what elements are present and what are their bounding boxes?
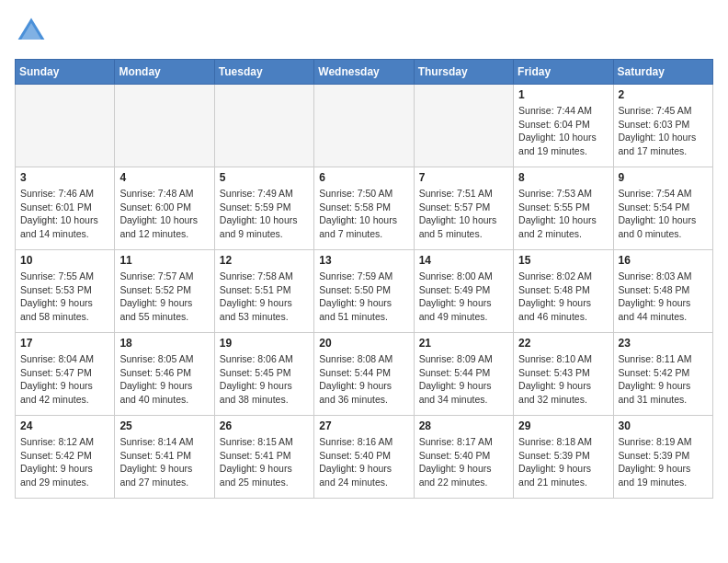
day-number: 16 bbox=[619, 254, 708, 267]
day-info: Sunrise: 8:05 AM Sunset: 5:46 PM Dayligh… bbox=[119, 352, 209, 407]
weekday-header-thursday: Thursday bbox=[414, 60, 513, 85]
day-info: Sunrise: 7:54 AM Sunset: 5:54 PM Dayligh… bbox=[619, 187, 708, 241]
day-cell: 1Sunrise: 7:44 AM Sunset: 6:04 PM Daylig… bbox=[514, 85, 613, 167]
day-cell: 4Sunrise: 7:48 AM Sunset: 6:00 PM Daylig… bbox=[115, 167, 214, 250]
weekday-header-monday: Monday bbox=[115, 60, 214, 85]
weekday-header-sunday: Sunday bbox=[16, 60, 115, 85]
day-number: 7 bbox=[419, 171, 508, 184]
day-cell: 11Sunrise: 7:57 AM Sunset: 5:52 PM Dayli… bbox=[115, 250, 214, 333]
day-cell: 26Sunrise: 8:15 AM Sunset: 5:41 PM Dayli… bbox=[214, 416, 313, 499]
day-info: Sunrise: 7:46 AM Sunset: 6:01 PM Dayligh… bbox=[20, 187, 109, 241]
day-number: 26 bbox=[220, 419, 309, 432]
day-cell: 18Sunrise: 8:05 AM Sunset: 5:46 PM Dayli… bbox=[115, 333, 214, 416]
day-cell: 27Sunrise: 8:16 AM Sunset: 5:40 PM Dayli… bbox=[314, 416, 414, 499]
day-number: 23 bbox=[619, 337, 708, 350]
day-number: 29 bbox=[518, 419, 608, 432]
day-info: Sunrise: 8:17 AM Sunset: 5:40 PM Dayligh… bbox=[419, 435, 508, 489]
day-cell bbox=[115, 85, 214, 167]
day-number: 27 bbox=[319, 419, 408, 432]
header bbox=[15, 15, 713, 48]
day-number: 6 bbox=[319, 171, 408, 184]
day-cell bbox=[214, 85, 313, 167]
weekday-header-saturday: Saturday bbox=[613, 60, 712, 85]
day-info: Sunrise: 7:45 AM Sunset: 6:03 PM Dayligh… bbox=[619, 104, 708, 158]
day-number: 11 bbox=[119, 254, 209, 267]
day-cell: 12Sunrise: 7:58 AM Sunset: 5:51 PM Dayli… bbox=[214, 250, 313, 333]
day-cell: 7Sunrise: 7:51 AM Sunset: 5:57 PM Daylig… bbox=[414, 167, 513, 250]
week-row-5: 24Sunrise: 8:12 AM Sunset: 5:42 PM Dayli… bbox=[16, 416, 713, 499]
day-info: Sunrise: 7:50 AM Sunset: 5:58 PM Dayligh… bbox=[319, 187, 408, 241]
day-info: Sunrise: 8:03 AM Sunset: 5:48 PM Dayligh… bbox=[619, 270, 708, 324]
day-info: Sunrise: 7:51 AM Sunset: 5:57 PM Dayligh… bbox=[419, 187, 508, 241]
week-row-3: 10Sunrise: 7:55 AM Sunset: 5:53 PM Dayli… bbox=[16, 250, 713, 333]
day-info: Sunrise: 8:08 AM Sunset: 5:44 PM Dayligh… bbox=[319, 352, 408, 407]
day-number: 10 bbox=[20, 254, 109, 267]
day-number: 30 bbox=[619, 419, 708, 432]
day-number: 3 bbox=[20, 171, 109, 184]
day-info: Sunrise: 8:16 AM Sunset: 5:40 PM Dayligh… bbox=[319, 435, 408, 489]
day-number: 12 bbox=[220, 254, 309, 267]
day-cell: 3Sunrise: 7:46 AM Sunset: 6:01 PM Daylig… bbox=[16, 167, 115, 250]
day-info: Sunrise: 8:18 AM Sunset: 5:39 PM Dayligh… bbox=[518, 435, 608, 489]
day-cell: 10Sunrise: 7:55 AM Sunset: 5:53 PM Dayli… bbox=[16, 250, 115, 333]
day-number: 1 bbox=[518, 88, 608, 101]
day-cell: 6Sunrise: 7:50 AM Sunset: 5:58 PM Daylig… bbox=[314, 167, 414, 250]
day-cell: 17Sunrise: 8:04 AM Sunset: 5:47 PM Dayli… bbox=[16, 333, 115, 416]
weekday-header-wednesday: Wednesday bbox=[314, 60, 414, 85]
day-cell: 5Sunrise: 7:49 AM Sunset: 5:59 PM Daylig… bbox=[214, 167, 313, 250]
day-cell: 29Sunrise: 8:18 AM Sunset: 5:39 PM Dayli… bbox=[514, 416, 613, 499]
day-info: Sunrise: 7:44 AM Sunset: 6:04 PM Dayligh… bbox=[518, 104, 608, 158]
day-cell: 9Sunrise: 7:54 AM Sunset: 5:54 PM Daylig… bbox=[613, 167, 712, 250]
day-info: Sunrise: 8:14 AM Sunset: 5:41 PM Dayligh… bbox=[119, 435, 209, 489]
day-number: 15 bbox=[518, 254, 608, 267]
day-number: 4 bbox=[119, 171, 209, 184]
day-cell: 8Sunrise: 7:53 AM Sunset: 5:55 PM Daylig… bbox=[514, 167, 613, 250]
day-cell: 13Sunrise: 7:59 AM Sunset: 5:50 PM Dayli… bbox=[314, 250, 414, 333]
day-number: 18 bbox=[119, 337, 209, 350]
day-info: Sunrise: 7:58 AM Sunset: 5:51 PM Dayligh… bbox=[220, 270, 309, 324]
day-number: 22 bbox=[518, 337, 608, 350]
day-info: Sunrise: 8:02 AM Sunset: 5:48 PM Dayligh… bbox=[518, 270, 608, 324]
day-number: 19 bbox=[220, 337, 309, 350]
day-info: Sunrise: 7:53 AM Sunset: 5:55 PM Dayligh… bbox=[518, 187, 608, 241]
day-info: Sunrise: 8:12 AM Sunset: 5:42 PM Dayligh… bbox=[20, 435, 109, 489]
day-cell: 14Sunrise: 8:00 AM Sunset: 5:49 PM Dayli… bbox=[414, 250, 513, 333]
day-info: Sunrise: 8:10 AM Sunset: 5:43 PM Dayligh… bbox=[518, 352, 608, 407]
day-cell: 24Sunrise: 8:12 AM Sunset: 5:42 PM Dayli… bbox=[16, 416, 115, 499]
day-number: 9 bbox=[619, 171, 708, 184]
calendar-header: SundayMondayTuesdayWednesdayThursdayFrid… bbox=[16, 60, 713, 85]
day-cell bbox=[414, 85, 513, 167]
day-cell: 22Sunrise: 8:10 AM Sunset: 5:43 PM Dayli… bbox=[514, 333, 613, 416]
day-cell bbox=[16, 85, 115, 167]
day-cell bbox=[314, 85, 414, 167]
weekday-row: SundayMondayTuesdayWednesdayThursdayFrid… bbox=[16, 60, 713, 85]
day-info: Sunrise: 7:49 AM Sunset: 5:59 PM Dayligh… bbox=[220, 187, 309, 241]
day-number: 24 bbox=[20, 419, 109, 432]
day-info: Sunrise: 8:06 AM Sunset: 5:45 PM Dayligh… bbox=[220, 352, 309, 407]
day-cell: 28Sunrise: 8:17 AM Sunset: 5:40 PM Dayli… bbox=[414, 416, 513, 499]
day-info: Sunrise: 8:19 AM Sunset: 5:39 PM Dayligh… bbox=[619, 435, 708, 489]
day-number: 21 bbox=[419, 337, 508, 350]
week-row-4: 17Sunrise: 8:04 AM Sunset: 5:47 PM Dayli… bbox=[16, 333, 713, 416]
weekday-header-friday: Friday bbox=[514, 60, 613, 85]
day-number: 8 bbox=[518, 171, 608, 184]
day-info: Sunrise: 7:57 AM Sunset: 5:52 PM Dayligh… bbox=[119, 270, 209, 324]
day-cell: 20Sunrise: 8:08 AM Sunset: 5:44 PM Dayli… bbox=[314, 333, 414, 416]
week-row-2: 3Sunrise: 7:46 AM Sunset: 6:01 PM Daylig… bbox=[16, 167, 713, 250]
day-info: Sunrise: 7:55 AM Sunset: 5:53 PM Dayligh… bbox=[20, 270, 109, 324]
day-cell: 15Sunrise: 8:02 AM Sunset: 5:48 PM Dayli… bbox=[514, 250, 613, 333]
day-number: 28 bbox=[419, 419, 508, 432]
day-info: Sunrise: 8:15 AM Sunset: 5:41 PM Dayligh… bbox=[220, 435, 309, 489]
day-info: Sunrise: 7:48 AM Sunset: 6:00 PM Dayligh… bbox=[119, 187, 209, 241]
day-cell: 23Sunrise: 8:11 AM Sunset: 5:42 PM Dayli… bbox=[613, 333, 712, 416]
day-cell: 2Sunrise: 7:45 AM Sunset: 6:03 PM Daylig… bbox=[613, 85, 712, 167]
weekday-header-tuesday: Tuesday bbox=[214, 60, 313, 85]
calendar: SundayMondayTuesdayWednesdayThursdayFrid… bbox=[15, 59, 713, 499]
day-number: 17 bbox=[20, 337, 109, 350]
day-cell: 19Sunrise: 8:06 AM Sunset: 5:45 PM Dayli… bbox=[214, 333, 313, 416]
day-cell: 21Sunrise: 8:09 AM Sunset: 5:44 PM Dayli… bbox=[414, 333, 513, 416]
day-cell: 16Sunrise: 8:03 AM Sunset: 5:48 PM Dayli… bbox=[613, 250, 712, 333]
day-info: Sunrise: 8:04 AM Sunset: 5:47 PM Dayligh… bbox=[20, 352, 109, 407]
day-number: 5 bbox=[220, 171, 309, 184]
day-number: 25 bbox=[119, 419, 209, 432]
